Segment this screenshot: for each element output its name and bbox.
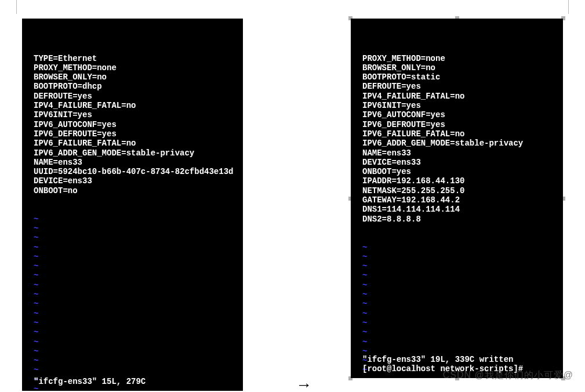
config-line: IPV4_FAILURE_FATAL=no [362,92,556,101]
config-line: IPV6INIT=yes [34,110,236,119]
config-line: IPV6_DEFROUTE=yes [362,120,556,129]
config-line: BOOTPROTO=static [362,72,556,82]
vim-tilde-line: ~ [34,356,236,365]
config-line: DEFROUTE=yes [362,82,556,91]
vim-tilde-line: ~ [362,309,556,318]
vim-tilde-line: ~ [362,252,556,262]
config-line: NETMASK=255.255.255.0 [362,186,556,195]
vim-tilde-line: ~ [362,318,556,328]
config-lines-right: PROXY_METHOD=noneBROWSER_ONLY=noBOOTPROT… [362,54,556,224]
vim-tilde-line: ~ [34,309,236,318]
config-line: DEFROUTE=yes [34,92,236,101]
config-line: IPADDR=192.168.44.130 [362,176,556,186]
vim-tilde-line: ~ [34,365,236,375]
left-terminal-wrapper: TYPE=EthernetPROXY_METHOD=noneBROWSER_ON… [22,19,243,391]
vim-tilde-line: ~ [34,224,236,233]
vim-status-left: "ifcfg-ens33" 15L, 279C [34,377,146,386]
config-line: IPV6INIT=yes [362,101,556,110]
vim-tilde-line: ~ [34,337,236,347]
config-line: IPV6_AUTOCONF=yes [34,120,236,129]
config-line: ONBOOT=no [34,186,236,195]
config-line: IPV6_ADDR_GEN_MODE=stable-privacy [34,148,236,158]
vim-tilde-line: ~ [34,290,236,299]
config-line: IPV6_AUTOCONF=yes [362,110,556,119]
config-line: UUID=5924bc10-b66b-407c-8734-82cfbd43e13… [34,167,236,176]
vim-tilde-line: ~ [362,243,556,252]
vim-tilde-line: ~ [362,262,556,271]
config-line: PROXY_METHOD=none [362,54,556,63]
vim-tilde-line: ~ [34,215,236,224]
vim-tilde-line: ~ [34,328,236,337]
vim-tilde-line: ~ [34,318,236,328]
config-line: DNS2=8.8.8.8 [362,215,556,224]
arrow-icon: → [296,376,312,392]
config-line: IPV4_FAILURE_FATAL=no [34,101,236,110]
config-line: DNS1=114.114.114.114 [362,205,556,214]
config-line: DEVICE=ens33 [34,176,236,186]
vim-tilde-line: ~ [34,252,236,262]
config-line: PROXY_METHOD=none [34,63,236,72]
vim-tilde-line: ~ [362,299,556,308]
vim-tilde-line: ~ [34,271,236,280]
config-line: IPV6_DEFROUTE=yes [34,129,236,139]
config-line: IPV6_FAILURE_FATAL=no [362,129,556,139]
config-line: IPV6_FAILURE_FATAL=no [34,139,236,148]
vim-tilde-line: ~ [362,290,556,299]
shell-prompt-right: [root@localhost network-scripts]# [362,364,523,373]
vim-tilde-line: ~ [34,299,236,308]
config-line: NAME=ens33 [34,158,236,167]
vim-tilde-line: ~ [34,347,236,356]
vim-tilde-line: ~ [362,271,556,280]
config-line: TYPE=Ethernet [34,54,236,63]
config-line: NAME=ens33 [362,148,556,158]
config-line: BOOTPROTO=dhcp [34,82,236,91]
vim-status-right-written: "ifcfg-ens33" 19L, 339C written [362,355,513,364]
config-line: BROWSER_ONLY=no [362,63,556,72]
vim-tilde-line: ~ [362,281,556,290]
config-line: IPV6_ADDR_GEN_MODE=stable-privacy [362,139,556,148]
config-line: GATEWAY=192.168.44.2 [362,195,556,205]
vim-tilde-line: ~ [34,281,236,290]
vim-tilde-line: ~ [34,262,236,271]
right-terminal-wrapper: PROXY_METHOD=noneBROWSER_ONLY=noBOOTPROT… [351,19,563,378]
content-area: TYPE=EthernetPROXY_METHOD=noneBROWSER_ON… [16,12,569,391]
vim-tilde-line: ~ [362,328,556,337]
config-lines-left: TYPE=EthernetPROXY_METHOD=noneBROWSER_ON… [34,54,236,195]
vim-tilde-line: ~ [34,243,236,252]
terminal-left[interactable]: TYPE=EthernetPROXY_METHOD=noneBROWSER_ON… [22,19,243,391]
config-line: ONBOOT=yes [362,167,556,176]
config-line: DEVICE=ens33 [362,158,556,167]
config-line: BROWSER_ONLY=no [34,72,236,82]
vim-tilde-line: ~ [362,337,556,347]
tilde-lines-left: ~~~~~~~~~~~~~~~~~~~ [34,215,236,392]
vim-tilde-line: ~ [34,233,236,242]
terminal-right[interactable]: PROXY_METHOD=noneBROWSER_ONLY=noBOOTPROT… [351,19,563,378]
